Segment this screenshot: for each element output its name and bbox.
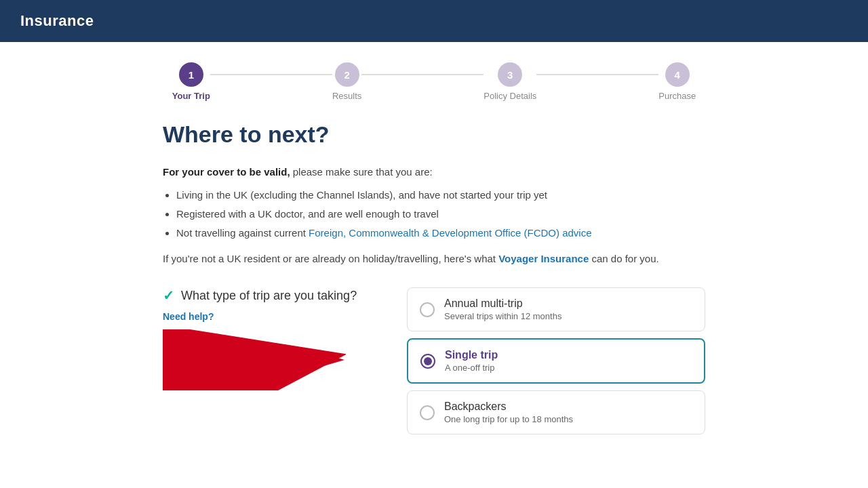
option-backpackers[interactable]: Backpackers One long trip for up to 18 m… [407, 390, 705, 434]
step-2-circle: 2 [335, 62, 359, 87]
cover-notice: For your cover to be valid, please make … [163, 164, 705, 267]
radio-annual [420, 302, 435, 317]
radio-single [420, 354, 435, 369]
page-title: Where to next? [163, 121, 705, 148]
step-4-label: Purchase [658, 91, 696, 101]
red-arrow-icon [163, 329, 346, 390]
option-single-title: Single trip [445, 349, 498, 361]
step-line-1-2 [210, 74, 332, 75]
step-1-circle: 1 [179, 62, 203, 87]
step-4-circle: 4 [665, 62, 690, 87]
step-2[interactable]: 2 Results [332, 62, 361, 101]
non-uk-prefix: If you're not a UK resident or are alrea… [163, 253, 498, 264]
checkmark-icon: ✓ [163, 287, 174, 304]
step-1[interactable]: 1 Your Trip [172, 62, 210, 101]
non-uk-suffix: can do for you. [589, 253, 658, 264]
need-help-link[interactable]: Need help? [163, 311, 214, 322]
step-line-2-3 [361, 74, 484, 75]
cover-notice-rest: please make sure that you are: [293, 166, 433, 178]
stepper: 1 Your Trip 2 Results 3 Policy Details 4… [0, 42, 868, 115]
header-title: Insurance [20, 12, 94, 30]
voyager-link[interactable]: Voyager Insurance [498, 253, 589, 264]
option-single-subtitle: A one-off trip [445, 363, 498, 373]
main-content: Where to next? For your cover to be vali… [142, 115, 726, 462]
step-2-label: Results [332, 91, 361, 101]
option-annual-text: Annual multi-trip Several trips within 1… [444, 298, 561, 321]
radio-backpackers [420, 405, 435, 420]
cover-list-fcdo-prefix: Not travelling against current [176, 227, 309, 239]
arrow-area [163, 329, 353, 390]
option-annual-title: Annual multi-trip [444, 298, 561, 310]
radio-single-fill [424, 357, 432, 365]
cover-list-item-1: Living in the UK (excluding the Channel … [176, 187, 705, 203]
trip-options: Annual multi-trip Several trips within 1… [407, 287, 705, 434]
option-backpackers-text: Backpackers One long trip for up to 18 m… [444, 401, 573, 424]
option-backpackers-title: Backpackers [444, 401, 573, 413]
step-4[interactable]: 4 Purchase [658, 62, 696, 101]
svg-marker-1 [305, 348, 344, 371]
option-annual-subtitle: Several trips within 12 months [444, 311, 561, 321]
trip-section: ✓ What type of trip are you taking? Need… [163, 287, 705, 434]
option-annual[interactable]: Annual multi-trip Several trips within 1… [407, 287, 705, 331]
step-3[interactable]: 3 Policy Details [484, 62, 536, 101]
cover-list-item-3: Not travelling against current Foreign, … [176, 225, 705, 241]
non-uk-notice: If you're not a UK resident or are alrea… [163, 251, 705, 267]
trip-question-text: What type of trip are you taking? [181, 289, 357, 303]
step-1-label: Your Trip [172, 91, 210, 101]
fcdo-link[interactable]: Foreign, Commonwealth & Development Offi… [309, 227, 591, 239]
trip-question-area: ✓ What type of trip are you taking? Need… [163, 287, 366, 390]
cover-notice-bold: For your cover to be valid, [163, 166, 290, 178]
step-3-label: Policy Details [484, 91, 536, 101]
option-backpackers-subtitle: One long trip for up to 18 months [444, 414, 573, 424]
option-single-text: Single trip A one-off trip [445, 349, 498, 373]
header: Insurance [0, 0, 868, 42]
step-3-circle: 3 [498, 62, 522, 87]
cover-list-item-2: Registered with a UK doctor, and are wel… [176, 206, 705, 222]
cover-list: Living in the UK (excluding the Channel … [176, 187, 705, 241]
option-single[interactable]: Single trip A one-off trip [407, 338, 705, 384]
cover-notice-text: For your cover to be valid, please make … [163, 164, 705, 180]
trip-question-header: ✓ What type of trip are you taking? [163, 287, 366, 304]
step-line-3-4 [536, 74, 658, 75]
